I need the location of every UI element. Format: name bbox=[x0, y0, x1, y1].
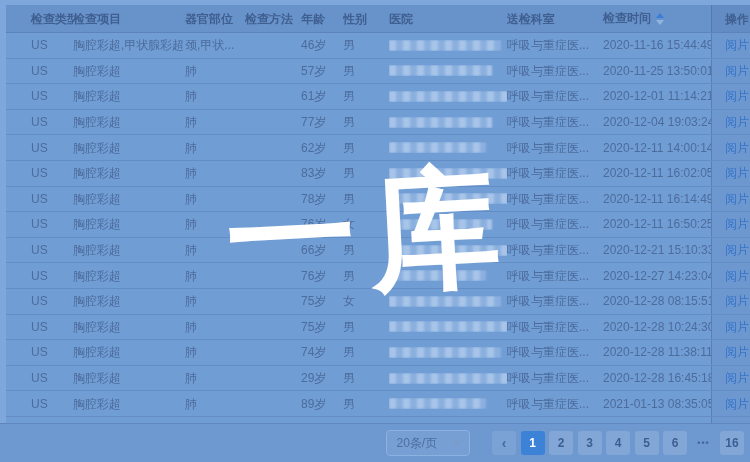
cell-organ: 肺 bbox=[185, 116, 245, 128]
cell-hospital bbox=[389, 65, 507, 76]
page-number-list: 1 2 3 4 5 6 bbox=[516, 431, 687, 455]
page-number-button[interactable]: 4 bbox=[606, 431, 630, 455]
page-number-button[interactable]: 1 bbox=[521, 431, 545, 455]
cell-exam-time: 2020-12-28 10:24:30 bbox=[603, 321, 711, 333]
last-page-button[interactable]: 16 bbox=[720, 431, 744, 455]
view-film-link[interactable]: 阅片 bbox=[725, 39, 749, 51]
cell-hospital bbox=[389, 373, 507, 384]
cell-exam-item: 胸腔彩超 bbox=[73, 193, 185, 205]
view-film-link[interactable]: 阅片 bbox=[725, 372, 749, 384]
cell-department: 呼吸与重症医... bbox=[507, 116, 603, 128]
prev-page-button[interactable]: ‹ bbox=[492, 431, 516, 455]
cell-organ: 肺 bbox=[185, 398, 245, 410]
page-number-button[interactable]: 6 bbox=[663, 431, 687, 455]
pagination-bar: 20条/页 ‹ 1 2 3 4 5 6 ••• 16 bbox=[0, 423, 750, 462]
cell-exam-type: US bbox=[6, 167, 73, 179]
cell-exam-type: US bbox=[6, 295, 73, 307]
redacted-hospital-bar bbox=[389, 91, 507, 102]
page-number-button[interactable]: 5 bbox=[635, 431, 659, 455]
cell-gender: 男 bbox=[343, 65, 389, 77]
cell-exam-time: 2020-12-21 15:10:33 bbox=[603, 244, 711, 256]
cell-age: 76岁 bbox=[301, 218, 343, 230]
redacted-hospital-bar bbox=[389, 40, 501, 51]
page-number-button[interactable]: 3 bbox=[578, 431, 602, 455]
header-exam-time[interactable]: 检查时间 bbox=[603, 12, 711, 25]
view-film-link[interactable]: 阅片 bbox=[725, 90, 749, 102]
cell-exam-type: US bbox=[6, 142, 73, 154]
view-film-link[interactable]: 阅片 bbox=[725, 321, 749, 333]
header-age: 年龄 bbox=[301, 13, 343, 25]
cell-organ: 肺 bbox=[185, 142, 245, 154]
cell-operation: 阅片 bbox=[711, 340, 750, 365]
cell-exam-time: 2020-12-28 08:15:51 bbox=[603, 295, 711, 307]
cell-hospital bbox=[389, 321, 507, 332]
redacted-hospital-bar bbox=[389, 296, 501, 307]
cell-exam-time: 2020-11-16 15:44:49 bbox=[603, 39, 711, 51]
cell-department: 呼吸与重症医... bbox=[507, 270, 603, 282]
cell-exam-item: 胸腔彩超 bbox=[73, 346, 185, 358]
cell-organ: 肺 bbox=[185, 244, 245, 256]
view-film-link[interactable]: 阅片 bbox=[725, 142, 749, 154]
cell-exam-time: 2020-12-11 16:14:49 bbox=[603, 193, 711, 205]
cell-operation: 阅片 bbox=[711, 33, 750, 58]
redacted-hospital-bar bbox=[389, 373, 507, 384]
redacted-hospital-bar bbox=[389, 142, 486, 153]
cell-age: 75岁 bbox=[301, 295, 343, 307]
cell-exam-type: US bbox=[6, 346, 73, 358]
view-film-link[interactable]: 阅片 bbox=[725, 167, 749, 179]
redacted-hospital-bar bbox=[389, 398, 486, 409]
cell-gender: 男 bbox=[343, 372, 389, 384]
table-row: US 胸腔彩超 肺 62岁 男 呼吸与重症医... 2020-12-11 14:… bbox=[6, 135, 750, 161]
view-film-link[interactable]: 阅片 bbox=[725, 295, 749, 307]
table-row: US 胸腔彩超 肺 74岁 男 呼吸与重症医... 2020-12-28 11:… bbox=[6, 340, 750, 366]
cell-exam-item: 胸腔彩超 bbox=[73, 116, 185, 128]
cell-department: 呼吸与重症医... bbox=[507, 244, 603, 256]
cell-age: 77岁 bbox=[301, 116, 343, 128]
cell-operation: 阅片 bbox=[711, 366, 750, 391]
cell-exam-type: US bbox=[6, 39, 73, 51]
cell-exam-time: 2020-12-11 16:02:05 bbox=[603, 167, 711, 179]
cell-age: 57岁 bbox=[301, 65, 343, 77]
cell-department: 呼吸与重症医... bbox=[507, 398, 603, 410]
cell-operation: 阅片 bbox=[711, 187, 750, 212]
page-size-select[interactable]: 20条/页 bbox=[386, 430, 470, 456]
view-film-link[interactable]: 阅片 bbox=[725, 116, 749, 128]
redacted-hospital-bar bbox=[389, 321, 507, 332]
pagination-ellipsis[interactable]: ••• bbox=[692, 431, 716, 455]
table-row: US 胸腔彩超 肺 66岁 男 呼吸与重症医... 2020-12-21 15:… bbox=[6, 238, 750, 264]
cell-hospital bbox=[389, 245, 507, 256]
table-row: US 胸腔彩超 肺 75岁 男 呼吸与重症医... 2020-12-28 10:… bbox=[6, 315, 750, 341]
cell-operation: 阅片 bbox=[711, 391, 750, 416]
view-film-link[interactable]: 阅片 bbox=[725, 193, 749, 205]
cell-exam-type: US bbox=[6, 218, 73, 230]
page-number-button[interactable]: 2 bbox=[549, 431, 573, 455]
cell-exam-item: 胸腔彩超 bbox=[73, 218, 185, 230]
view-film-link[interactable]: 阅片 bbox=[725, 218, 749, 230]
view-film-link[interactable]: 阅片 bbox=[725, 398, 749, 410]
cell-organ: 肺 bbox=[185, 270, 245, 282]
view-film-link[interactable]: 阅片 bbox=[725, 65, 749, 77]
cell-exam-type: US bbox=[6, 270, 73, 282]
cell-hospital bbox=[389, 168, 507, 179]
table-row: US 胸腔彩超 肺 89岁 男 呼吸与重症医... 2021-01-13 08:… bbox=[6, 391, 750, 417]
cell-gender: 女 bbox=[343, 295, 389, 307]
sort-caret-icon[interactable] bbox=[656, 13, 664, 25]
cell-department: 呼吸与重症医... bbox=[507, 346, 603, 358]
cell-department: 呼吸与重症医... bbox=[507, 65, 603, 77]
cell-operation: 阅片 bbox=[711, 289, 750, 314]
cell-hospital bbox=[389, 193, 507, 204]
cell-department: 呼吸与重症医... bbox=[507, 295, 603, 307]
cell-department: 呼吸与重症医... bbox=[507, 142, 603, 154]
cell-organ: 肺 bbox=[185, 218, 245, 230]
cell-age: 62岁 bbox=[301, 142, 343, 154]
cell-exam-time: 2020-12-28 16:45:18 bbox=[603, 372, 711, 384]
view-film-link[interactable]: 阅片 bbox=[725, 244, 749, 256]
chevron-down-icon bbox=[453, 441, 461, 446]
view-film-link[interactable]: 阅片 bbox=[725, 270, 749, 282]
redacted-hospital-bar bbox=[389, 117, 492, 128]
view-film-link[interactable]: 阅片 bbox=[725, 346, 749, 358]
cell-gender: 男 bbox=[343, 398, 389, 410]
cell-exam-type: US bbox=[6, 244, 73, 256]
cell-exam-time: 2020-12-04 19:03:24 bbox=[603, 116, 711, 128]
table-row: US 胸腔彩超 肺 76岁 女 呼吸与重症医... 2020-12-11 16:… bbox=[6, 212, 750, 238]
